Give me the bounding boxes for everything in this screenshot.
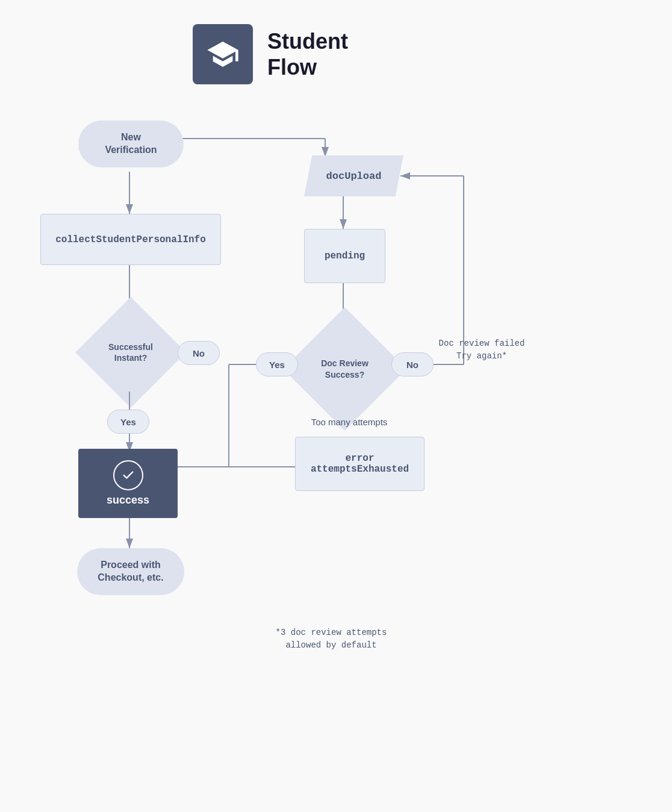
no-label-1: No (178, 341, 220, 365)
collect-info-label: collectStudentPersonalInfo (55, 234, 206, 245)
successful-instant-node: Successful Instant? (92, 313, 170, 392)
yes-label-2: Yes (256, 352, 298, 376)
pending-node: pending (304, 229, 385, 283)
graduation-cap-icon (206, 37, 240, 71)
doc-upload-label: docUpload (326, 170, 382, 182)
header: Student Flow (0, 0, 672, 102)
success-node: success (78, 449, 178, 518)
successful-instant-label: Successful Instant? (108, 342, 153, 363)
footnote: *3 doc review attempts allowed by defaul… (247, 626, 415, 652)
yes-label-1: Yes (107, 410, 149, 434)
too-many-attempts-label: Too many attempts (289, 416, 409, 429)
logo-box (193, 24, 253, 84)
new-verification-node: New Verification (78, 120, 184, 167)
page-title: Student Flow (267, 28, 348, 80)
doc-review-success-node: Doc Review Success? (301, 325, 388, 413)
check-icon (122, 469, 135, 482)
error-attempts-node: error attemptsExhausted (295, 437, 425, 491)
flowchart: New Verification collectStudentPersonalI… (0, 102, 672, 795)
proceed-label: Proceed with Checkout, etc. (98, 559, 163, 584)
error-label: error attemptsExhausted (311, 453, 409, 475)
doc-review-failed-label: Doc review failed Try again* (422, 337, 542, 363)
pending-label: pending (325, 251, 365, 261)
collect-info-node: collectStudentPersonalInfo (40, 214, 221, 265)
new-verification-label: New Verification (105, 131, 157, 157)
proceed-node: Proceed with Checkout, etc. (77, 548, 184, 595)
doc-review-label: Doc Review Success? (321, 358, 369, 379)
success-label: success (107, 494, 149, 507)
check-circle (113, 460, 143, 490)
doc-upload-node: docUpload (304, 155, 403, 196)
